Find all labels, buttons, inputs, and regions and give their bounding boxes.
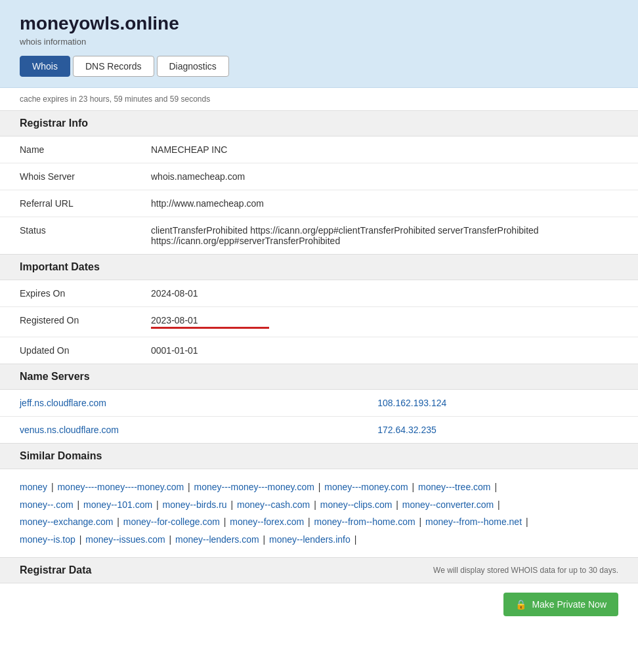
row-value: clientTransferProhibited https://icann.o… — [131, 217, 638, 255]
row-label: Name — [0, 136, 131, 163]
name-servers-table: jeff.ns.cloudflare.com 108.162.193.124 v… — [0, 390, 638, 443]
separator: | — [417, 516, 424, 527]
registrar-data-title: Registrar Data — [20, 564, 91, 576]
page-title: moneyowls.online — [20, 13, 618, 34]
similar-domains-section: Similar Domains money | money----money--… — [0, 444, 638, 558]
table-row: Referral URL http://www.namecheap.com — [0, 190, 638, 217]
separator: | — [49, 482, 56, 492]
ns-link-2[interactable]: venus.ns.cloudflare.com — [20, 425, 119, 435]
ns-ip-cell: 108.162.193.124 — [358, 390, 638, 417]
red-underline-decoration — [151, 327, 269, 329]
table-row-registered: Registered On 2023-08-01 — [0, 307, 638, 337]
tab-dns-records[interactable]: DNS Records — [73, 56, 154, 77]
separator: | — [228, 499, 236, 510]
similar-domain-link[interactable]: money---money.com — [324, 482, 408, 492]
ns-link-cell[interactable]: jeff.ns.cloudflare.com — [0, 390, 358, 417]
name-servers-header: Name Servers — [0, 364, 638, 390]
separator: | — [492, 482, 498, 492]
separator: | — [75, 499, 82, 510]
table-row: Updated On 0001-01-01 — [0, 337, 638, 364]
table-row: venus.ns.cloudflare.com 172.64.32.235 — [0, 417, 638, 444]
ns-link-1[interactable]: jeff.ns.cloudflare.com — [20, 398, 106, 408]
separator: | — [261, 534, 268, 545]
table-row: Name NAMECHEAP INC — [0, 136, 638, 163]
name-servers-section: Name Servers jeff.ns.cloudflare.com 108.… — [0, 364, 638, 444]
ns-ip-1[interactable]: 108.162.193.124 — [377, 398, 446, 408]
similar-domain-link[interactable]: money--lenders.info — [269, 534, 351, 545]
similar-domain-link[interactable]: money--lenders.com — [175, 534, 259, 545]
similar-domain-link[interactable]: money---money---money.com — [194, 482, 314, 492]
row-label: Registered On — [0, 307, 131, 337]
separator: | — [523, 516, 528, 527]
similar-domains-header: Similar Domains — [0, 444, 638, 469]
similar-domain-link[interactable]: money--cash.com — [237, 499, 310, 510]
similar-domain-link[interactable]: money--101.com — [83, 499, 152, 510]
separator: | — [352, 534, 357, 545]
separator: | — [114, 516, 121, 527]
row-value: http://www.namecheap.com — [131, 190, 638, 217]
tab-diagnostics[interactable]: Diagnostics — [157, 56, 229, 77]
similar-domains-list: money | money----money----money.com | mo… — [0, 469, 638, 557]
table-row: jeff.ns.cloudflare.com 108.162.193.124 — [0, 390, 638, 417]
registrar-data-header: Registrar Data We will display stored WH… — [0, 558, 638, 583]
lock-icon: 🔒 — [515, 599, 526, 610]
similar-domain-link[interactable]: money--forex.com — [230, 516, 304, 527]
separator: | — [316, 482, 323, 492]
similar-domain-link[interactable]: money--converter.com — [402, 499, 494, 510]
similar-domain-link[interactable]: money--from--home.net — [425, 516, 522, 527]
ns-link-cell[interactable]: venus.ns.cloudflare.com — [0, 417, 358, 444]
similar-domain-link[interactable]: money — [20, 482, 47, 492]
separator: | — [410, 482, 417, 492]
tab-whois[interactable]: Whois — [20, 56, 70, 77]
tab-bar: Whois DNS Records Diagnostics — [20, 56, 618, 77]
important-dates-section: Important Dates Expires On 2024-08-01 Re… — [0, 255, 638, 364]
row-value: 2024-08-01 — [131, 280, 638, 307]
similar-domain-link[interactable]: money--exchange.com — [20, 516, 113, 527]
similar-domain-link[interactable]: money--clips.com — [320, 499, 393, 510]
registrar-info-header: Registrar Info — [0, 111, 638, 136]
separator: | — [154, 499, 161, 510]
similar-domain-link[interactable]: money--issues.com — [85, 534, 165, 545]
main-content: cache expires in 23 hours, 59 minutes an… — [0, 88, 638, 625]
important-dates-table: Expires On 2024-08-01 Registered On 2023… — [0, 280, 638, 364]
registrar-data-note: We will display stored WHOIS data for up… — [433, 566, 618, 575]
separator: | — [495, 499, 500, 510]
separator: | — [167, 534, 174, 545]
separator: | — [311, 499, 318, 510]
separator: | — [185, 482, 192, 492]
ns-ip-2[interactable]: 172.64.32.235 — [377, 425, 436, 435]
row-label: Whois Server — [0, 163, 131, 190]
page-subtitle: whois information — [20, 37, 618, 47]
similar-domain-link[interactable]: money--from--home.com — [314, 516, 415, 527]
similar-domain-link[interactable]: money---tree.com — [418, 482, 490, 492]
similar-domain-link[interactable]: money--is.top — [20, 534, 75, 545]
row-label: Referral URL — [0, 190, 131, 217]
similar-domain-link[interactable]: money--.com — [20, 499, 74, 510]
row-label: Expires On — [0, 280, 131, 307]
make-private-button[interactable]: 🔒 Make Private Now — [503, 593, 618, 616]
make-private-button-container: 🔒 Make Private Now — [0, 583, 638, 625]
header: moneyowls.online whois information Whois… — [0, 0, 638, 88]
registrar-info-section: Registrar Info Name NAMECHEAP INC Whois … — [0, 111, 638, 255]
ns-ip-cell: 172.64.32.235 — [358, 417, 638, 444]
important-dates-header: Important Dates — [0, 255, 638, 280]
make-private-button-label: Make Private Now — [532, 599, 606, 610]
table-row: Expires On 2024-08-01 — [0, 280, 638, 307]
separator: | — [221, 516, 228, 527]
row-label: Status — [0, 217, 131, 255]
similar-domain-link[interactable]: money--birds.ru — [163, 499, 227, 510]
row-value: 0001-01-01 — [131, 337, 638, 364]
separator: | — [77, 534, 84, 545]
row-label: Updated On — [0, 337, 131, 364]
cache-notice: cache expires in 23 hours, 59 minutes an… — [0, 88, 638, 111]
separator: | — [305, 516, 312, 527]
similar-domain-link[interactable]: money----money----money.com — [57, 482, 184, 492]
table-row: Status clientTransferProhibited https://… — [0, 217, 638, 255]
similar-domain-link[interactable]: money--for-college.com — [123, 516, 220, 527]
registrar-info-table: Name NAMECHEAP INC Whois Server whois.na… — [0, 136, 638, 254]
registrar-data-section: Registrar Data We will display stored WH… — [0, 558, 638, 625]
row-value: whois.namecheap.com — [131, 163, 638, 190]
table-row: Whois Server whois.namecheap.com — [0, 163, 638, 190]
row-value: 2023-08-01 — [131, 307, 638, 337]
separator: | — [393, 499, 400, 510]
